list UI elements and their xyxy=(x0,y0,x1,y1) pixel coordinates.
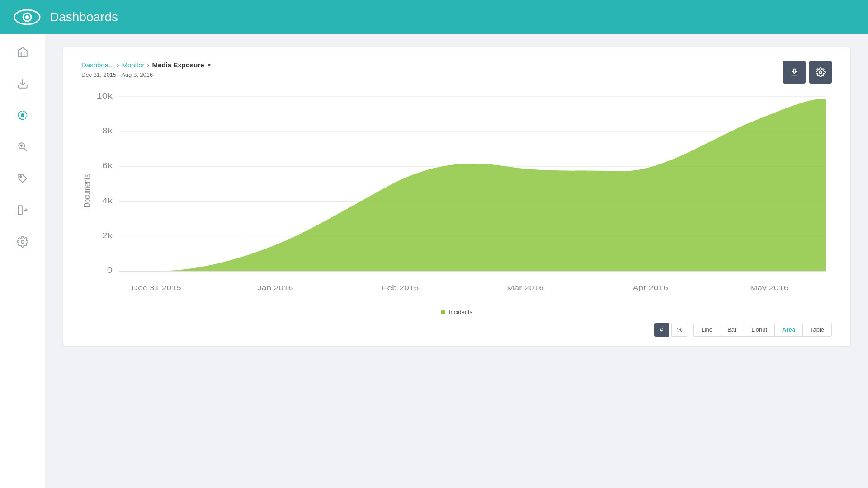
legend-label-incidents: Incidents xyxy=(449,309,472,315)
svg-point-2 xyxy=(25,15,29,19)
main-content: Dashboa... › Monitor › Media Exposure ▼ … xyxy=(45,34,868,488)
svg-text:10k: 10k xyxy=(96,92,113,100)
app-header: Dashboards xyxy=(0,0,868,34)
sidebar xyxy=(0,34,45,488)
percent-button[interactable]: % xyxy=(671,323,689,337)
breadcrumb-sep-1: › xyxy=(117,61,119,69)
svg-text:Dec 31 2015: Dec 31 2015 xyxy=(132,284,181,291)
breadcrumb-monitor[interactable]: Monitor xyxy=(122,61,145,69)
chart-type-bar[interactable]: Bar xyxy=(720,323,744,336)
svg-point-11 xyxy=(21,240,24,244)
svg-point-12 xyxy=(819,71,822,74)
chart-toolbar xyxy=(783,61,832,84)
hash-button[interactable]: # xyxy=(654,323,669,337)
svg-text:Documents: Documents xyxy=(82,174,92,208)
svg-point-4 xyxy=(21,114,24,117)
chart-type-table[interactable]: Table xyxy=(803,323,831,336)
dropdown-arrow-icon: ▼ xyxy=(207,62,212,68)
app-logo xyxy=(14,8,41,26)
sidebar-item-settings[interactable] xyxy=(14,233,32,251)
chart-type-line[interactable]: Line xyxy=(694,323,720,336)
svg-text:6k: 6k xyxy=(102,161,113,170)
svg-text:Mar 2016: Mar 2016 xyxy=(507,284,544,291)
svg-text:Apr 2016: Apr 2016 xyxy=(633,284,669,291)
legend-dot-incidents xyxy=(441,310,445,314)
svg-text:Jan 2016: Jan 2016 xyxy=(257,284,293,291)
breadcrumb: Dashboa... › Monitor › Media Exposure ▼ xyxy=(81,61,832,69)
main-layout: Dashboa... › Monitor › Media Exposure ▼ … xyxy=(0,34,868,488)
chart-card: Dashboa... › Monitor › Media Exposure ▼ … xyxy=(63,47,850,346)
sidebar-item-monitor[interactable] xyxy=(14,106,32,124)
chart-type-group: Line Bar Donut Area Table xyxy=(693,323,832,337)
chart-controls: # % Line Bar Donut Area Table xyxy=(81,323,832,337)
page-title: Dashboards xyxy=(50,10,118,24)
area-chart: 10k 8k 6k 4k 2k 0 Documents Dec 31 2015 … xyxy=(81,87,832,304)
svg-point-9 xyxy=(20,176,21,177)
sidebar-item-download[interactable] xyxy=(14,75,32,93)
sidebar-item-search[interactable] xyxy=(14,138,32,156)
svg-text:0: 0 xyxy=(107,266,113,275)
svg-line-6 xyxy=(24,148,27,151)
svg-text:2k: 2k xyxy=(102,231,113,240)
chart-legend: Incidents xyxy=(81,309,832,315)
date-range: Dec 31, 2015 - Aug 3, 2016 xyxy=(81,71,832,78)
svg-text:8k: 8k xyxy=(102,127,113,135)
chart-area: 10k 8k 6k 4k 2k 0 Documents Dec 31 2015 … xyxy=(81,87,832,304)
chart-type-donut[interactable]: Donut xyxy=(744,323,775,336)
breadcrumb-sep-2: › xyxy=(147,61,150,69)
svg-rect-10 xyxy=(18,206,22,215)
breadcrumb-dashboards[interactable]: Dashboa... xyxy=(81,61,114,69)
sidebar-item-home[interactable] xyxy=(14,43,32,61)
svg-text:4k: 4k xyxy=(102,196,113,205)
download-button[interactable] xyxy=(783,61,806,84)
sidebar-item-export[interactable] xyxy=(14,201,32,219)
sidebar-item-tags[interactable] xyxy=(14,169,32,188)
svg-text:May 2016: May 2016 xyxy=(750,284,788,291)
svg-text:Feb 2016: Feb 2016 xyxy=(382,284,419,291)
breadcrumb-current[interactable]: Media Exposure ▼ xyxy=(152,61,212,69)
settings-button[interactable] xyxy=(809,61,832,84)
chart-type-area[interactable]: Area xyxy=(775,323,803,336)
